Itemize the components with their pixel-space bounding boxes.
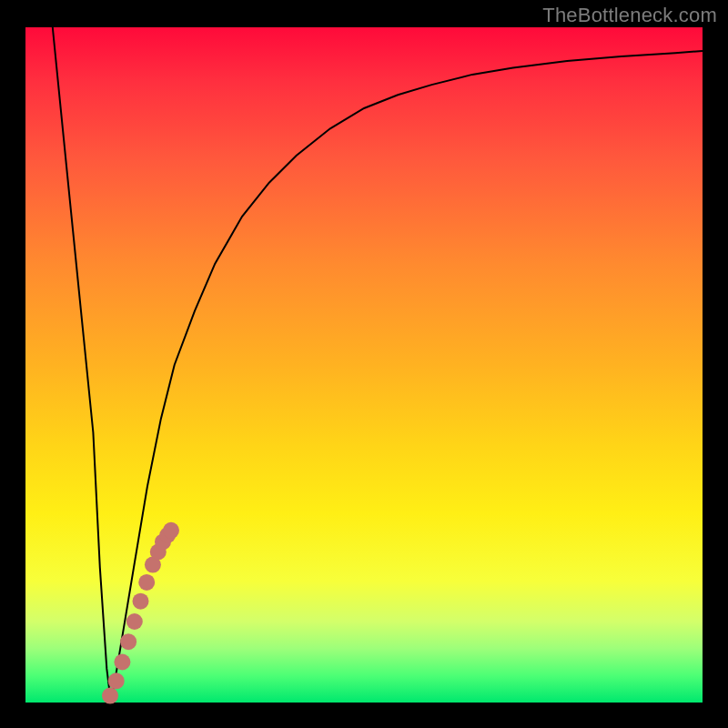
marker-dot (133, 593, 149, 610)
marker-segment (102, 522, 179, 704)
marker-dot (126, 613, 143, 630)
bottleneck-curve (25, 27, 703, 703)
marker-dot (163, 522, 179, 539)
marker-dot (120, 633, 136, 650)
marker-dot (102, 688, 118, 704)
marker-dot (138, 574, 155, 591)
marker-dot (108, 672, 125, 689)
curve-path (53, 27, 703, 696)
watermark-text: TheBottleneck.com (542, 4, 717, 27)
marker-dot (114, 654, 130, 671)
chart-frame: TheBottleneck.com (0, 0, 728, 728)
